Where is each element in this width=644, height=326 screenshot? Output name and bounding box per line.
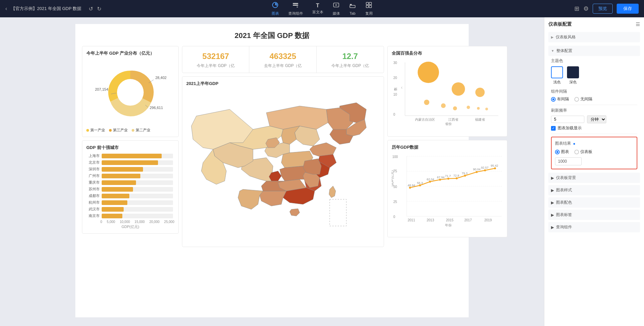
x-axis-label: 20,000 xyxy=(149,220,160,224)
theme-light[interactable]: 浅色 xyxy=(551,66,563,85)
svg-text:‹: ‹ xyxy=(401,85,403,90)
swatch-dark xyxy=(567,66,579,78)
chart-color-section[interactable]: ▶ 图表配色 xyxy=(548,197,640,208)
dashboard-style-toggle[interactable]: ▶ 仪表板风格 xyxy=(548,32,640,42)
legend-dot-first xyxy=(86,129,89,132)
overall-config-toggle[interactable]: ▼ 整体配置 xyxy=(548,46,640,56)
chart-style-label: 图表样式 xyxy=(556,187,572,193)
svg-rect-10 xyxy=(366,5,369,8)
legend-first-industry: 第一产业 xyxy=(86,128,105,133)
gap-label-1: 无间隔 xyxy=(580,96,592,102)
grid-icon[interactable]: ⊞ xyxy=(574,5,579,12)
bar-track xyxy=(102,154,173,158)
bar-label: 苏州市 xyxy=(88,187,100,192)
dashboard-bg-section[interactable]: ▶ 仪表板背景 xyxy=(548,173,640,183)
svg-rect-2 xyxy=(293,5,298,6)
bubble-svg: 30 20 10 0 xyxy=(392,59,505,126)
bar-row: 北京市 xyxy=(88,160,173,165)
theme-config-area: 主题色 浅色 深色 组件间隔 有间隔 xyxy=(548,58,640,169)
svg-text:2013: 2013 xyxy=(427,218,434,222)
back-button[interactable]: ‹ xyxy=(5,6,7,12)
settings-icon[interactable]: ⚙ xyxy=(583,5,589,12)
chart-style-section[interactable]: ▶ 图表样式 xyxy=(548,185,640,195)
bubble-title: 全国百强县分布 xyxy=(392,50,503,56)
refresh-row: 分钟 xyxy=(551,115,637,123)
arrow-icon-chart-style: ▶ xyxy=(551,188,554,193)
dashboard-title: 2021 年全国 GDP 数据 xyxy=(82,31,462,41)
kpi-label-0: 今年上半年 GDP（亿 xyxy=(185,63,246,69)
bar-track xyxy=(102,187,173,192)
kpi-item-0: 532167 今年上半年 GDP（亿 xyxy=(182,46,249,73)
bar-fill xyxy=(102,180,136,185)
undo-button[interactable]: ↺ xyxy=(89,6,93,12)
bar-row: 成都市 xyxy=(88,193,173,198)
map-container xyxy=(186,89,380,243)
bar-track xyxy=(102,200,173,205)
canvas-area[interactable]: 2021 年全国 GDP 数据 今年上半年 GDP 产业分布（亿元） xyxy=(0,17,544,326)
result-limit-input[interactable] xyxy=(555,157,582,165)
line-container: 0 25 50 75 100 xyxy=(392,153,503,233)
preview-button[interactable]: 预览 xyxy=(593,4,613,14)
gap-radio-group: 有间隔 无间隔 xyxy=(551,96,637,102)
svg-text:0: 0 xyxy=(393,215,395,219)
gap-option-1[interactable]: 无间隔 xyxy=(574,96,592,102)
line-title: 历年GDP数据 xyxy=(392,144,503,150)
gdp-distribution-widget: 今年上半年 GDP 产业分布（亿元） xyxy=(82,46,179,137)
result-info-icon: ● xyxy=(573,141,575,146)
map-widget: 2021上半年GDP xyxy=(182,76,384,247)
panel-menu-icon[interactable]: ☰ xyxy=(636,22,640,27)
bar-fill xyxy=(102,214,122,218)
bar-track xyxy=(102,207,173,212)
x-axis-label: 15,000 xyxy=(135,220,145,224)
donut-chart-svg: 28,402 207,154 296,611 xyxy=(94,62,167,122)
chart-loading-checkbox[interactable] xyxy=(551,126,556,131)
tool-reuse[interactable]: 复用 xyxy=(365,2,373,16)
svg-point-54 xyxy=(456,177,458,179)
result-option-chart[interactable]: 图表 xyxy=(555,149,569,155)
theme-label: 主题色 xyxy=(551,58,637,64)
kpi-label-1: 去年上半年 GDP（亿 xyxy=(252,63,313,69)
legend-third-industry: 第三产业 xyxy=(109,128,128,133)
refresh-unit-select[interactable]: 分钟 xyxy=(587,115,606,123)
svg-text:10: 10 xyxy=(393,93,397,96)
tool-tab[interactable]: Tab xyxy=(349,2,356,15)
redo-button[interactable]: ↻ xyxy=(97,6,101,12)
query-component-section[interactable]: ▶ 查询组件 xyxy=(548,222,640,232)
result-label-dashboard: 仪表板 xyxy=(580,149,592,155)
top10-title: GDP 前十强城市 xyxy=(86,145,174,151)
navbar-tools: 图表 查询组件 T 富文本 媒体 Tab 复 xyxy=(272,2,373,16)
svg-text:2017: 2017 xyxy=(464,218,472,222)
donut-label-2: 207,154 xyxy=(95,87,108,91)
svg-marker-3 xyxy=(297,6,298,8)
tool-query[interactable]: 查询组件 xyxy=(288,2,303,16)
tool-media[interactable]: 媒体 xyxy=(333,2,340,16)
svg-point-24 xyxy=(452,82,465,96)
svg-rect-16 xyxy=(330,199,346,226)
tool-chart[interactable]: 图表 xyxy=(272,2,279,16)
gap-option-0[interactable]: 有间隔 xyxy=(551,96,569,102)
theme-dark[interactable]: 深色 xyxy=(567,66,579,85)
x-axis-label: 10,000 xyxy=(120,220,130,224)
x-axis-label: 5,000 xyxy=(107,220,115,224)
svg-point-29 xyxy=(467,106,470,109)
result-option-dashboard[interactable]: 仪表板 xyxy=(574,149,592,155)
chart-label-section[interactable]: ▶ 图表标签 xyxy=(548,210,640,220)
save-button[interactable]: 保存 xyxy=(617,4,639,14)
arrow-icon-chart-label: ▶ xyxy=(551,213,554,217)
refresh-input[interactable] xyxy=(551,116,584,123)
svg-text:年份: 年份 xyxy=(445,223,452,227)
bar-track xyxy=(102,214,173,218)
widgets-grid: 今年上半年 GDP 产业分布（亿元） xyxy=(82,46,462,250)
svg-text:30: 30 xyxy=(393,61,397,65)
svg-point-57 xyxy=(484,169,486,171)
svg-point-26 xyxy=(424,100,429,105)
svg-text:2015: 2015 xyxy=(446,218,454,222)
svg-text:GDP(亿元): GDP(亿元) xyxy=(392,170,394,186)
dashboard-style-label: 仪表板风格 xyxy=(556,34,576,40)
x-axis-labels: 05,00010,00015,00020,00025,000 xyxy=(86,220,174,224)
svg-point-12 xyxy=(117,79,144,106)
kpi-label-2: 今年上半年 GDP（亿 xyxy=(319,63,381,69)
tool-richtext[interactable]: T 富文本 xyxy=(312,3,323,15)
dashboard-style-section: ▶ 仪表板风格 xyxy=(548,32,640,42)
svg-text:90.04: 90.04 xyxy=(473,168,481,171)
